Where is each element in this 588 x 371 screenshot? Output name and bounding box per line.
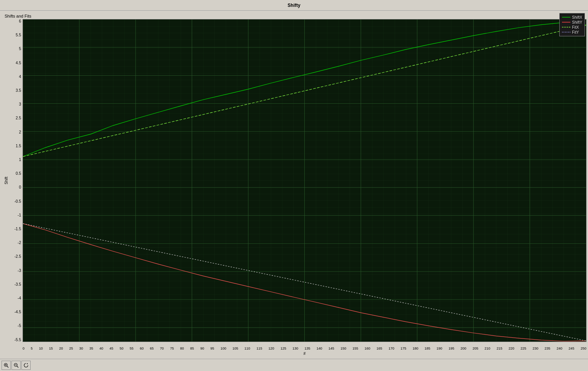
- toolbar-button-2[interactable]: [11, 361, 21, 370]
- y-tick-25: 2.5: [16, 116, 21, 120]
- y-tick-05: 0.5: [16, 171, 21, 176]
- x-tick-10: 10: [39, 347, 43, 350]
- x-tick-195: 195: [449, 347, 454, 350]
- x-tick-5: 5: [31, 347, 33, 350]
- legend-item-shiftx: ShiftX: [562, 15, 582, 20]
- svg-line-27: [7, 366, 8, 368]
- chart-area: Shift 6 5.5 5 4.5 4 3.5 3 2.5 2 1.5 1 0.…: [2, 19, 586, 342]
- x-tick-210: 210: [485, 347, 490, 350]
- x-tick-50: 50: [119, 347, 123, 350]
- x-tick-40: 40: [100, 347, 103, 350]
- reset-icon: [23, 363, 29, 368]
- y-tick-n55: -5.5: [15, 338, 21, 342]
- y-tick-3: 3: [19, 102, 21, 106]
- x-tick-60: 60: [140, 347, 144, 350]
- x-tick-150: 150: [340, 347, 346, 350]
- x-axis-label: #: [23, 351, 586, 356]
- toolbar-button-3[interactable]: [21, 361, 31, 370]
- zoom-out-icon: [13, 363, 19, 368]
- x-tick-225: 225: [521, 347, 526, 350]
- x-tick-135: 135: [304, 347, 310, 350]
- x-tick-140: 140: [317, 347, 322, 350]
- x-tick-0: 0: [23, 347, 24, 350]
- y-tick-n2: -2: [18, 241, 21, 245]
- x-tick-100: 100: [220, 347, 226, 350]
- main-content: Shifts and Fits ShiftX ShiftY: [0, 11, 588, 359]
- x-tick-145: 145: [328, 347, 334, 350]
- x-tick-115: 115: [256, 347, 262, 350]
- chart-svg: [23, 20, 586, 342]
- x-tick-165: 165: [377, 347, 382, 350]
- chart-title: Shifts and Fits: [3, 13, 33, 19]
- fitx-line-icon: [562, 25, 570, 29]
- x-tick-170: 170: [389, 347, 394, 350]
- x-tick-230: 230: [532, 347, 538, 350]
- x-tick-70: 70: [160, 347, 164, 350]
- legend-label-fity: FitY: [572, 30, 579, 34]
- zoom-in-icon: [3, 363, 9, 368]
- legend-item-shifty: ShiftY: [562, 20, 582, 24]
- y-tick-n15: -1.5: [15, 227, 21, 231]
- x-tick-160: 160: [364, 347, 370, 350]
- x-tick-245: 245: [568, 347, 574, 350]
- app-window: Shifty Shifts and Fits ShiftX ShiftY: [0, 0, 588, 371]
- x-tick-85: 85: [190, 347, 194, 350]
- y-tick-n5: -5: [18, 324, 21, 328]
- x-tick-190: 190: [436, 347, 442, 350]
- y-tick-35: 3.5: [16, 88, 21, 93]
- x-tick-155: 155: [353, 347, 358, 350]
- y-tick-6: 6: [19, 19, 21, 23]
- chart-plot: [23, 19, 586, 342]
- x-tick-125: 125: [281, 347, 286, 350]
- x-tick-205: 205: [472, 347, 478, 350]
- x-tick-80: 80: [180, 347, 184, 350]
- x-tick-220: 220: [509, 347, 514, 350]
- y-tick-15: 1.5: [16, 144, 21, 148]
- y-tick-2: 2: [19, 130, 21, 134]
- legend-label-shifty: ShiftY: [572, 20, 582, 24]
- x-tick-235: 235: [545, 347, 550, 350]
- shiftx-line-icon: [562, 15, 570, 20]
- y-tick-0: 0: [19, 185, 21, 189]
- title-bar: Shifty: [0, 0, 588, 11]
- y-tick-n3: -3: [18, 268, 21, 273]
- bottom-toolbar: [0, 359, 588, 371]
- x-tick-130: 130: [292, 347, 298, 350]
- x-tick-110: 110: [245, 347, 250, 350]
- y-tick-n05: -0.5: [15, 199, 21, 203]
- x-tick-95: 95: [211, 347, 214, 350]
- x-tick-175: 175: [400, 347, 406, 350]
- y-tick-n4: -4: [18, 296, 21, 300]
- x-tick-65: 65: [150, 347, 154, 350]
- x-tick-180: 180: [413, 347, 418, 350]
- x-tick-215: 215: [497, 347, 502, 350]
- y-tick-4: 4: [19, 75, 21, 79]
- y-axis: Shift 6 5.5 5 4.5 4 3.5 3 2.5 2 1.5 1 0.…: [2, 19, 23, 342]
- y-tick-n25: -2.5: [15, 254, 21, 259]
- toolbar-button-1[interactable]: [2, 361, 11, 370]
- x-axis: 0 5 10 15 20 25 30 35 40 45 50 55 60 65 …: [23, 347, 586, 350]
- x-tick-120: 120: [268, 347, 274, 350]
- svg-line-31: [17, 366, 18, 368]
- y-tick-5: 5: [19, 47, 21, 51]
- y-tick-n45: -4.5: [15, 310, 21, 314]
- legend-label-shiftx: ShiftX: [572, 15, 582, 20]
- x-tick-75: 75: [170, 347, 174, 350]
- x-tick-250: 250: [581, 347, 586, 350]
- fity-line-icon: [562, 30, 570, 34]
- x-tick-55: 55: [130, 347, 134, 350]
- y-tick-n1: -1: [18, 213, 21, 217]
- x-tick-45: 45: [109, 347, 113, 350]
- shifty-line-icon: [562, 20, 570, 24]
- x-tick-30: 30: [79, 347, 83, 350]
- legend-label-fitx: FitX: [572, 25, 579, 29]
- y-tick-1: 1: [19, 158, 21, 162]
- legend: ShiftX ShiftY FitX: [559, 13, 585, 36]
- x-tick-200: 200: [461, 347, 466, 350]
- x-tick-25: 25: [69, 347, 73, 350]
- x-tick-240: 240: [557, 347, 562, 350]
- legend-item-fity: FitY: [562, 30, 582, 34]
- x-tick-20: 20: [59, 347, 63, 350]
- app-title: Shifty: [287, 3, 300, 8]
- chart-container: Shifts and Fits ShiftX ShiftY: [2, 12, 586, 357]
